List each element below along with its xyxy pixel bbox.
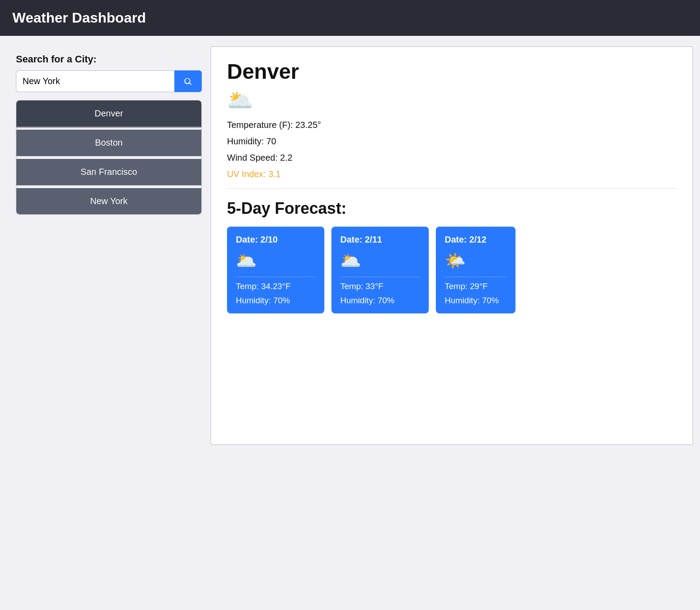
search-label: Search for a City: (16, 54, 202, 65)
sidebar: Search for a City: DenverBostonSan Franc… (7, 46, 211, 222)
card-temp: Temp: 29°F (445, 282, 507, 291)
search-row (16, 70, 202, 92)
card-humidity: Humidity: 70% (236, 296, 315, 305)
weather-panel: Denver 🌥️ Temperature (F): 23.25° Humidi… (211, 46, 693, 445)
city-button-san-francisco[interactable]: San Francisco (16, 159, 201, 185)
card-temp: Temp: 34.23°F (236, 282, 315, 291)
card-humidity: Humidity: 70% (340, 296, 420, 305)
card-divider (445, 277, 507, 277)
temperature-stat: Temperature (F): 23.25° (227, 120, 677, 130)
card-icon: 🌥️ (340, 251, 420, 270)
city-list: DenverBostonSan FranciscoNew York (16, 100, 202, 215)
forecast-card-1: Date: 2/10 🌥️ Temp: 34.23°F Humidity: 70… (227, 227, 324, 313)
uv-index-stat: UV Index: 3.1 (227, 169, 677, 179)
forecast-divider (227, 188, 677, 189)
city-button-denver[interactable]: Denver (16, 100, 201, 127)
wind-speed-stat: Wind Speed: 2.2 (227, 153, 677, 163)
humidity-stat: Humidity: 70 (227, 136, 677, 147)
city-name: Denver (227, 59, 677, 84)
forecast-title: 5-Day Forecast: (227, 199, 677, 218)
weather-icon-main: 🌥️ (227, 88, 677, 113)
forecast-card-2: Date: 2/11 🌥️ Temp: 33°F Humidity: 70% (331, 227, 429, 313)
forecast-card-3: Date: 2/12 🌤️ Temp: 29°F Humidity: 70% (436, 227, 515, 313)
card-date: Date: 2/11 (340, 235, 420, 245)
card-humidity: Humidity: 70% (445, 296, 507, 305)
city-button-new-york[interactable]: New York (16, 188, 201, 214)
app-header: Weather Dashboard (0, 0, 700, 36)
main-layout: Search for a City: DenverBostonSan Franc… (0, 36, 700, 456)
app-title: Weather Dashboard (12, 10, 688, 26)
card-temp: Temp: 33°F (340, 282, 420, 291)
card-divider (236, 277, 315, 277)
search-icon (183, 77, 193, 86)
card-date: Date: 2/10 (236, 235, 315, 245)
card-date: Date: 2/12 (445, 235, 507, 245)
search-input[interactable] (16, 70, 174, 92)
city-button-boston[interactable]: Boston (16, 130, 201, 156)
search-button[interactable] (174, 70, 202, 92)
card-divider (340, 277, 420, 277)
card-icon: 🌤️ (445, 251, 507, 270)
forecast-cards: Date: 2/10 🌥️ Temp: 34.23°F Humidity: 70… (227, 227, 677, 313)
card-icon: 🌥️ (236, 251, 315, 270)
